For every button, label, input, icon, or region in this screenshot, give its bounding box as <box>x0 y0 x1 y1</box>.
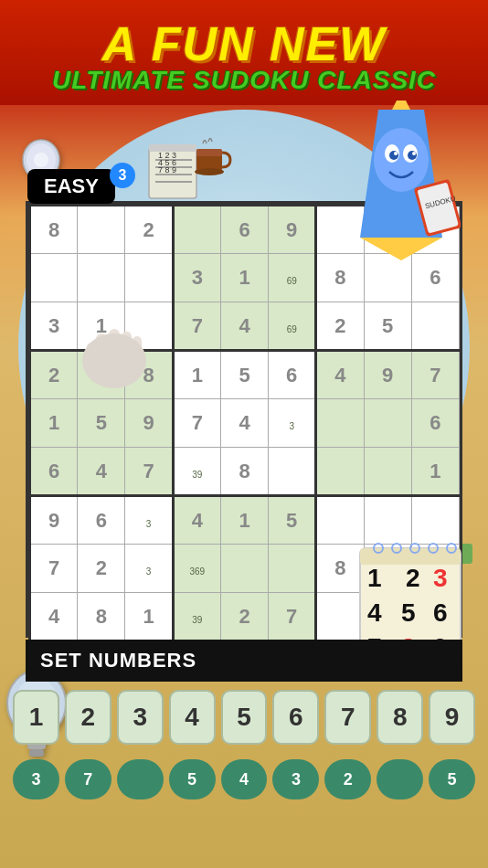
grid-cell-8-5[interactable]: 7 <box>269 593 316 641</box>
hint-row: 3754325 <box>13 757 475 802</box>
number-button-1[interactable]: 1 <box>13 690 59 745</box>
set-numbers-label: SET NUMBERS <box>40 649 196 672</box>
svg-rect-16 <box>196 149 222 156</box>
svg-point-5 <box>34 153 48 167</box>
grid-cell-1-4[interactable]: 1 <box>220 254 268 302</box>
grid-cell-6-8[interactable] <box>411 496 459 545</box>
grid-cell-2-6[interactable]: 2 <box>316 302 364 351</box>
grid-cell-1-5[interactable]: 69 <box>269 254 316 302</box>
grid-cell-7-2[interactable]: 3 <box>125 545 173 593</box>
grid-cell-4-0[interactable]: 1 <box>30 399 78 448</box>
grid-cell-1-2[interactable] <box>125 254 173 302</box>
grid-cell-5-5[interactable] <box>269 448 316 496</box>
grid-cell-0-3[interactable] <box>173 206 220 254</box>
grid-cell-4-5[interactable]: 3 <box>269 399 316 448</box>
svg-marker-19 <box>392 101 410 110</box>
grid-cell-0-2[interactable]: 2 <box>125 206 173 254</box>
number-button-9[interactable]: 9 <box>429 690 475 745</box>
grid-cell-5-4[interactable]: 8 <box>220 448 268 496</box>
hint-circle-3[interactable]: 5 <box>169 759 216 799</box>
hint-circle-7[interactable] <box>377 759 423 799</box>
grid-cell-8-0[interactable]: 4 <box>30 593 78 641</box>
grid-cell-4-2[interactable]: 9 <box>125 399 173 448</box>
grid-cell-5-8[interactable]: 1 <box>411 448 459 496</box>
number-button-4[interactable]: 4 <box>169 690 216 745</box>
svg-point-23 <box>389 151 398 160</box>
grid-cell-3-7[interactable]: 9 <box>364 351 411 399</box>
grid-cell-6-7[interactable] <box>364 496 411 545</box>
grid-cell-3-5[interactable]: 6 <box>269 351 316 399</box>
difficulty-badge[interactable]: EASY <box>27 169 115 204</box>
grid-cell-7-3[interactable]: 369 <box>173 545 220 593</box>
grid-cell-0-1[interactable] <box>78 206 125 254</box>
grid-cell-6-3[interactable]: 4 <box>173 496 220 545</box>
svg-rect-58 <box>29 749 44 757</box>
grid-cell-1-1[interactable] <box>78 254 125 302</box>
svg-point-24 <box>408 151 417 160</box>
grid-cell-2-4[interactable]: 4 <box>220 302 268 351</box>
svg-text:3: 3 <box>433 564 448 592</box>
hand-cursor-decoration <box>69 311 160 402</box>
grid-cell-8-3[interactable]: 39 <box>173 593 220 641</box>
grid-cell-1-3[interactable]: 3 <box>173 254 220 302</box>
grid-cell-6-5[interactable]: 5 <box>269 496 316 545</box>
grid-cell-2-3[interactable]: 7 <box>173 302 220 351</box>
grid-cell-5-0[interactable]: 6 <box>30 448 78 496</box>
number-button-8[interactable]: 8 <box>377 690 423 745</box>
grid-cell-5-6[interactable] <box>316 448 364 496</box>
svg-text:1: 1 <box>367 564 382 592</box>
grid-cell-0-0[interactable]: 8 <box>30 206 78 254</box>
hint-circle-6[interactable]: 2 <box>324 759 371 799</box>
grid-cell-3-6[interactable]: 4 <box>316 351 364 399</box>
grid-cell-4-6[interactable] <box>316 399 364 448</box>
grid-cell-0-4[interactable]: 6 <box>220 206 268 254</box>
title-line1: A FUN NEW <box>102 20 387 68</box>
grid-cell-4-1[interactable]: 5 <box>78 399 125 448</box>
grid-cell-4-4[interactable]: 4 <box>220 399 268 448</box>
grid-cell-7-5[interactable] <box>269 545 316 593</box>
grid-cell-5-2[interactable]: 7 <box>125 448 173 496</box>
grid-cell-5-1[interactable]: 4 <box>78 448 125 496</box>
grid-cell-4-7[interactable] <box>364 399 411 448</box>
number-button-7[interactable]: 7 <box>324 690 371 745</box>
hint-circle-0[interactable]: 3 <box>13 759 59 799</box>
grid-cell-4-3[interactable]: 7 <box>173 399 220 448</box>
grid-cell-3-3[interactable]: 1 <box>173 351 220 399</box>
grid-cell-7-0[interactable]: 7 <box>30 545 78 593</box>
hint-circle-5[interactable]: 3 <box>272 759 319 799</box>
number-button-3[interactable]: 3 <box>117 690 164 745</box>
grid-cell-7-1[interactable]: 2 <box>78 545 125 593</box>
hint-circle-1[interactable]: 7 <box>65 759 111 799</box>
svg-text:4: 4 <box>367 598 382 627</box>
grid-cell-3-8[interactable]: 7 <box>411 351 459 399</box>
grid-cell-0-5[interactable]: 9 <box>269 206 316 254</box>
coffee-decoration <box>192 132 233 178</box>
hint-count-badge: 3 <box>110 163 135 188</box>
number-button-5[interactable]: 5 <box>221 690 268 745</box>
hint-circle-4[interactable]: 4 <box>221 759 268 799</box>
svg-text:7 8 9: 7 8 9 <box>158 165 176 175</box>
grid-cell-4-8[interactable]: 6 <box>411 399 459 448</box>
grid-cell-2-8[interactable] <box>411 302 459 351</box>
grid-cell-6-2[interactable]: 3 <box>125 496 173 545</box>
svg-text:5: 5 <box>401 598 416 627</box>
number-button-2[interactable]: 2 <box>65 690 111 745</box>
grid-cell-2-5[interactable]: 69 <box>269 302 316 351</box>
hint-circle-8[interactable]: 5 <box>429 759 475 799</box>
grid-cell-5-3[interactable]: 39 <box>173 448 220 496</box>
grid-cell-8-2[interactable]: 1 <box>125 593 173 641</box>
grid-cell-7-4[interactable] <box>220 545 268 593</box>
grid-cell-6-4[interactable]: 1 <box>220 496 268 545</box>
grid-cell-8-4[interactable]: 2 <box>220 593 268 641</box>
grid-cell-1-0[interactable] <box>30 254 78 302</box>
grid-cell-6-6[interactable] <box>316 496 364 545</box>
grid-cell-3-4[interactable]: 5 <box>220 351 268 399</box>
grid-cell-2-7[interactable]: 5 <box>364 302 411 351</box>
grid-cell-6-1[interactable]: 6 <box>78 496 125 545</box>
number-button-6[interactable]: 6 <box>272 690 319 745</box>
hint-circle-2[interactable] <box>117 759 164 799</box>
grid-cell-6-0[interactable]: 9 <box>30 496 78 545</box>
grid-cell-8-1[interactable]: 8 <box>78 593 125 641</box>
pencil-character-decoration: SUDOKU <box>342 101 461 265</box>
grid-cell-5-7[interactable] <box>364 448 411 496</box>
